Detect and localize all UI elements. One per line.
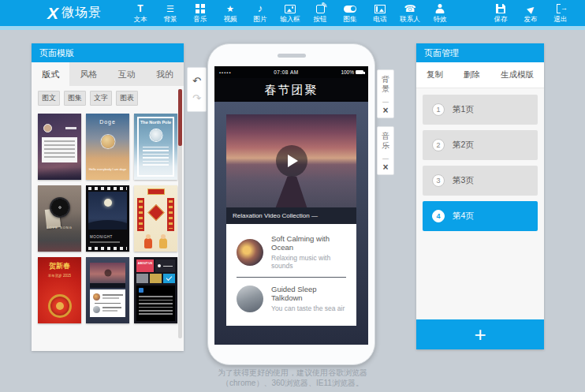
page-templates-panel: 页面模版 版式 风格 互动 我的 图文 图集 文字 图表 Doge Hello … [32, 43, 184, 351]
top-toolbar: X 微场景 文本 背景 音乐 视频 图片 输入框 按钮 [0, 0, 585, 26]
doge-avatar [101, 135, 114, 148]
video-card[interactable]: Relaxation Video Collection — [226, 114, 356, 224]
page-row-4-selected[interactable]: 4 第4页 [423, 201, 538, 231]
list-item[interactable]: Soft Calming with Ocean Relaxing music w… [226, 228, 356, 276]
page-row-3[interactable]: 3 第3页 [423, 166, 538, 196]
toolbar-item-video[interactable]: 视频 [215, 0, 245, 26]
status-bar: 07:08 AM 100% [214, 66, 368, 78]
toolbar-item-contacts[interactable]: 联系人 [395, 0, 425, 26]
template-subtitle: 羊年贺岁 2015 [38, 274, 81, 278]
toolbar-item-background[interactable]: 背景 [155, 0, 185, 26]
minimize-icon[interactable] [382, 152, 389, 159]
signal-dots-icon [219, 69, 232, 75]
close-icon[interactable] [382, 105, 388, 114]
tab-layout[interactable]: 版式 [32, 62, 69, 86]
filter-gallery[interactable]: 图集 [64, 91, 86, 106]
page-number-badge: 3 [432, 174, 445, 187]
list-item-text: Guided Sleep Talkdown You can taste the … [271, 285, 348, 312]
background-icon [166, 3, 174, 14]
minimize-icon[interactable] [382, 95, 389, 103]
toolbar-item-effects[interactable]: 特效 [425, 0, 455, 26]
page-label: 第2页 [453, 140, 474, 151]
playlist-card: Soft Calming with Ocean Relaxing music w… [226, 224, 356, 326]
template-caption: Hello everybody I am doge [86, 167, 129, 171]
delete-page-button[interactable]: 删除 [464, 69, 480, 80]
layer-tab-music: 音乐 [377, 126, 394, 175]
couplet-right [167, 198, 174, 231]
publish-button[interactable]: 发布 [516, 0, 546, 26]
toolbar-item-input[interactable]: 输入框 [275, 0, 305, 26]
toolbar-item-phone[interactable]: 电话 [365, 0, 395, 26]
list-divider [237, 277, 346, 278]
toolbar-item-label: 保存 [494, 15, 508, 23]
undo-icon[interactable] [192, 76, 201, 86]
browser-hint-line1: 为了获得更好的使用，建议使用谷歌浏览器 [0, 368, 585, 379]
filter-image-text[interactable]: 图文 [38, 91, 60, 106]
play-button[interactable] [276, 145, 307, 177]
page-manager-panel: 页面管理 复制 删除 生成模版 1 第1页 2 第2页 3 第3页 4 第4页 … [416, 43, 544, 349]
filter-text[interactable]: 文字 [90, 91, 112, 106]
text-box [42, 137, 77, 162]
template-thumb-about-us[interactable]: ABOUT US [134, 257, 177, 323]
toolbar-item-label: 特效 [434, 15, 447, 23]
page-row-1[interactable]: 1 第1页 [423, 95, 538, 125]
hill [88, 220, 127, 230]
toolbar-item-label: 按钮 [314, 15, 327, 23]
kid-figure [144, 238, 152, 248]
vinyl-record [50, 197, 70, 218]
page-row-2[interactable]: 2 第2页 [423, 130, 538, 160]
filter-chart[interactable]: 图表 [116, 91, 138, 106]
gold-wreath [48, 294, 72, 318]
video-caption: Relaxation Video Collection — [226, 207, 356, 224]
page-manager-title: 页面管理 [416, 43, 544, 62]
generate-template-button[interactable]: 生成模版 [501, 69, 534, 80]
scrollbar-thumb[interactable] [178, 89, 182, 146]
list-item[interactable]: Guided Sleep Talkdown You can taste the … [226, 278, 356, 319]
template-title: 贺新春 [38, 261, 81, 271]
save-button[interactable]: 保存 [486, 0, 516, 26]
toolbar-item-gallery[interactable]: 图集 [335, 0, 365, 26]
logo-text: 微场景 [61, 5, 102, 21]
toolbar-right-tools: 保存 发布 退出 [486, 0, 576, 26]
video-thumbnail [226, 114, 356, 207]
template-thumb-spring-festival[interactable] [134, 185, 177, 252]
page-label: 第3页 [453, 175, 474, 186]
chat-tile [150, 274, 162, 283]
toolbar-item-image[interactable]: 图片 [245, 0, 275, 26]
page-number-badge: 4 [432, 210, 445, 222]
check-tile [163, 274, 175, 283]
app-logo: X 微场景 [47, 5, 102, 21]
template-thumb-he-xin-chun[interactable]: 贺新春 羊年贺岁 2015 [38, 257, 81, 323]
music-icon [196, 4, 205, 13]
template-thumb-love-song[interactable]: LOVE SONG [38, 185, 81, 252]
add-page-button[interactable]: + [416, 319, 544, 349]
template-thumb-doge[interactable]: Doge Hello everybody I am doge [86, 114, 129, 180]
about-us-tile: ABOUT US [136, 259, 154, 272]
phone-speaker [278, 54, 306, 58]
page-title[interactable]: 春节团聚 [214, 78, 368, 102]
template-thumb-relaxation-video[interactable] [86, 257, 129, 323]
tab-style[interactable]: 风格 [69, 62, 107, 86]
gallery-icon [344, 6, 356, 13]
toolbar-item-text[interactable]: 文本 [125, 0, 155, 26]
templates-scrollbar[interactable] [178, 89, 182, 338]
redo-icon[interactable] [192, 93, 201, 103]
tab-interaction[interactable]: 互动 [108, 62, 146, 86]
filmstrip-holes [88, 187, 127, 190]
page-body: Relaxation Video Collection — Soft Calmi… [214, 102, 368, 345]
toolbar-item-label: 联系人 [400, 15, 420, 23]
mini-text-line [102, 297, 119, 299]
page-manager-actions: 复制 删除 生成模版 [416, 62, 544, 88]
template-thumb-profile-card[interactable] [38, 114, 81, 180]
toolbar-item-button[interactable]: 按钮 [305, 0, 335, 26]
template-thumb-moonight[interactable]: MOONIGHT [86, 185, 129, 252]
exit-button[interactable]: 退出 [546, 0, 576, 26]
toolbar-item-music[interactable]: 音乐 [185, 0, 215, 26]
page-list: 1 第1页 2 第2页 3 第3页 4 第4页 [416, 88, 544, 231]
template-thumb-north-pole[interactable]: The North Pole [134, 114, 177, 180]
tab-mine[interactable]: 我的 [146, 62, 184, 86]
close-icon[interactable] [382, 162, 388, 170]
copy-page-button[interactable]: 复制 [427, 69, 443, 80]
page-label: 第1页 [453, 104, 474, 115]
phone-screen: 07:08 AM 100% 春节团聚 Relaxation Video Coll… [214, 66, 368, 345]
